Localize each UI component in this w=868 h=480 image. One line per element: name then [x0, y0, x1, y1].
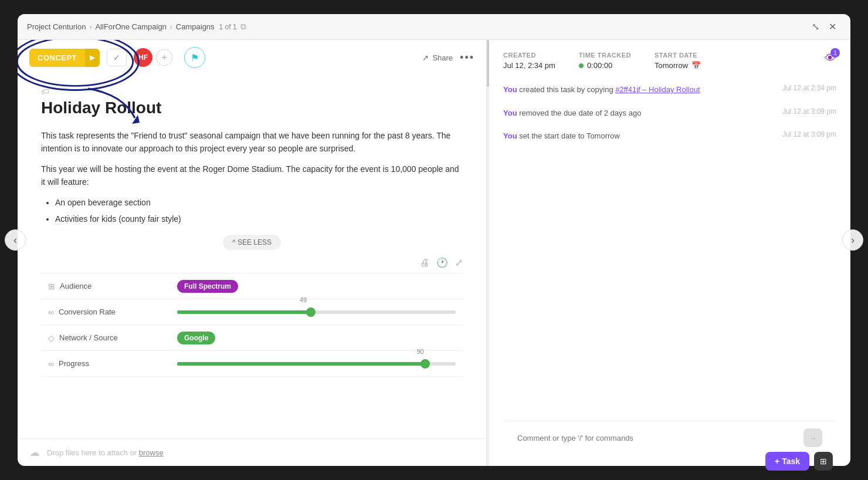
watcher-button[interactable]: 👁 1: [825, 52, 836, 70]
watcher-badge: 1: [830, 48, 840, 58]
created-value: Jul 12, 2:34 pm: [503, 61, 555, 70]
concept-status-button[interactable]: CONCEPT: [29, 49, 85, 67]
avatar-hf[interactable]: HF: [134, 48, 152, 67]
desc-paragraph-2: This year we will be hosting the event a…: [41, 163, 463, 189]
meta-row: CREATED Jul 12, 2:34 pm TIME TRACKED 0:0…: [503, 52, 836, 70]
time-tracked-value: 0:00:00: [579, 61, 631, 70]
progress-thumb[interactable]: [421, 359, 430, 369]
conversion-slider[interactable]: 49: [177, 306, 456, 319]
audience-field-row: ⊞ Audience Full Spectrum: [41, 273, 463, 299]
fullscreen-button[interactable]: ⤢: [455, 257, 463, 268]
checkmark-button[interactable]: ✓: [107, 49, 127, 66]
left-panel: CONCEPT ▶ ✓ HF + ⚑: [18, 40, 487, 466]
bullet-1: An open beverage section: [55, 196, 463, 209]
activity-time-1: Jul 12 at 2:34 pm: [782, 84, 836, 92]
grid-icon: ⊞: [820, 457, 827, 466]
breadcrumb-bar: Project Centurion › AllForOne Campaign ›…: [18, 14, 850, 40]
concept-btn-wrapper: CONCEPT ▶: [29, 49, 100, 67]
concept-arrow-button[interactable]: ▶: [85, 49, 100, 67]
desc-paragraph-1: This task represents the "Friend to trus…: [41, 129, 463, 156]
breadcrumb-project[interactable]: Project Centurion: [27, 22, 86, 31]
print-button[interactable]: 🖨: [420, 257, 429, 268]
tag-icon: 🏷: [41, 87, 49, 96]
task-modal: Project Centurion › AllForOne Campaign ›…: [18, 14, 850, 466]
time-tracked-meta: TIME TRACKED 0:00:00: [579, 52, 631, 70]
conversion-percent: 49: [300, 296, 307, 303]
see-less-container: ^ SEE LESS: [41, 235, 463, 250]
cloud-icon: ☁: [29, 446, 40, 459]
bullet-2: Activities for kids (county fair style): [55, 212, 463, 225]
green-dot: [579, 63, 584, 68]
activity-item: You removed the due date of 2 days ago J…: [503, 107, 836, 119]
breadcrumb-section[interactable]: Campaigns: [176, 22, 215, 31]
conversion-field-row: ∞ Conversion Rate 49: [41, 299, 463, 325]
start-date-value: Tomorrow 📅: [655, 61, 701, 70]
bottom-right-actions: + Task ⊞: [765, 452, 833, 471]
add-assignee-button[interactable]: +: [156, 49, 172, 66]
activity-time-2: Jul 12 at 3:09 pm: [782, 107, 836, 116]
audience-icon: ⊞: [48, 282, 55, 291]
grid-button[interactable]: ⊞: [814, 452, 833, 471]
progress-field-row: ∞ Progress 90: [41, 351, 463, 377]
start-date-label: START DATE: [655, 52, 701, 59]
next-button[interactable]: ›: [842, 229, 863, 251]
actor-you-2: You: [503, 109, 517, 117]
expand-button[interactable]: ⤡: [807, 19, 824, 35]
progress-slider[interactable]: 90: [177, 357, 456, 370]
task-button[interactable]: + Task: [765, 452, 809, 471]
flag-button[interactable]: ⚑: [184, 47, 205, 68]
network-icon: ◇: [48, 333, 55, 343]
activity-item: You created this task by copying #2ff41j…: [503, 84, 836, 96]
audience-label: Audience: [60, 282, 91, 290]
send-button[interactable]: →: [803, 428, 822, 447]
task-description: This task represents the "Friend to trus…: [41, 129, 463, 225]
send-icon: →: [809, 434, 816, 442]
comment-input[interactable]: [517, 434, 803, 442]
drop-zone: ☁ Drop files here to attach or browse: [18, 438, 486, 466]
activity-item: You set the start date to Tomorrow Jul 1…: [503, 130, 836, 142]
copy-icon[interactable]: ⧉: [240, 22, 246, 32]
network-label: Network / Source: [59, 333, 118, 342]
close-button[interactable]: ✕: [824, 19, 841, 35]
created-label: CREATED: [503, 52, 555, 59]
more-options-button[interactable]: •••: [460, 52, 474, 64]
share-icon: ↗: [422, 53, 429, 62]
network-field-row: ◇ Network / Source Google: [41, 325, 463, 351]
prev-button[interactable]: ‹: [5, 229, 26, 251]
conversion-icon: ∞: [48, 307, 54, 317]
progress-label: Progress: [59, 359, 89, 368]
custom-fields: ⊞ Audience Full Spectrum ∞ Conversion: [41, 273, 463, 377]
conversion-thumb[interactable]: [306, 307, 316, 317]
content-area: 🏷 Holiday Rollout This task represents t…: [18, 75, 486, 438]
comment-bar: →: [503, 421, 836, 454]
toolbar: CONCEPT ▶ ✓ HF + ⚑: [18, 40, 486, 75]
start-date-meta: START DATE Tomorrow 📅: [655, 52, 701, 70]
breadcrumb-campaign[interactable]: AllForOne Campaign: [95, 22, 166, 31]
progress-icon: ∞: [48, 359, 54, 369]
conversion-label: Conversion Rate: [59, 307, 116, 316]
share-button[interactable]: ↗ Share: [422, 53, 453, 62]
progress-percent: 90: [417, 348, 424, 355]
activity-log: You created this task by copying #2ff41j…: [503, 84, 836, 421]
right-panel: CREATED Jul 12, 2:34 pm TIME TRACKED 0:0…: [489, 40, 850, 466]
main-body: CONCEPT ▶ ✓ HF + ⚑: [18, 40, 850, 466]
activity-link-1[interactable]: #2ff41jf – Holiday Rollout: [615, 85, 700, 94]
time-tracked-label: TIME TRACKED: [579, 52, 631, 59]
drop-text: Drop files here to attach or: [47, 448, 139, 457]
task-title: Holiday Rollout: [41, 99, 463, 117]
created-meta: CREATED Jul 12, 2:34 pm: [503, 52, 555, 70]
flag-icon: ⚑: [191, 52, 199, 63]
plus-icon: +: [161, 52, 167, 63]
audience-value[interactable]: Full Spectrum: [177, 280, 238, 293]
browse-link[interactable]: browse: [139, 448, 164, 457]
calendar-icon[interactable]: 📅: [691, 61, 701, 70]
history-button[interactable]: 🕐: [436, 257, 448, 268]
activity-time-3: Jul 12 at 3:09 pm: [782, 130, 836, 138]
content-actions: 🖨 🕐 ⤢: [41, 257, 463, 268]
actor-you-3: You: [503, 131, 517, 140]
breadcrumb-count: 1 of 1: [219, 23, 237, 31]
network-value[interactable]: Google: [177, 332, 215, 344]
actor-you-1: You: [503, 85, 517, 94]
see-less-button[interactable]: ^ SEE LESS: [223, 235, 281, 250]
